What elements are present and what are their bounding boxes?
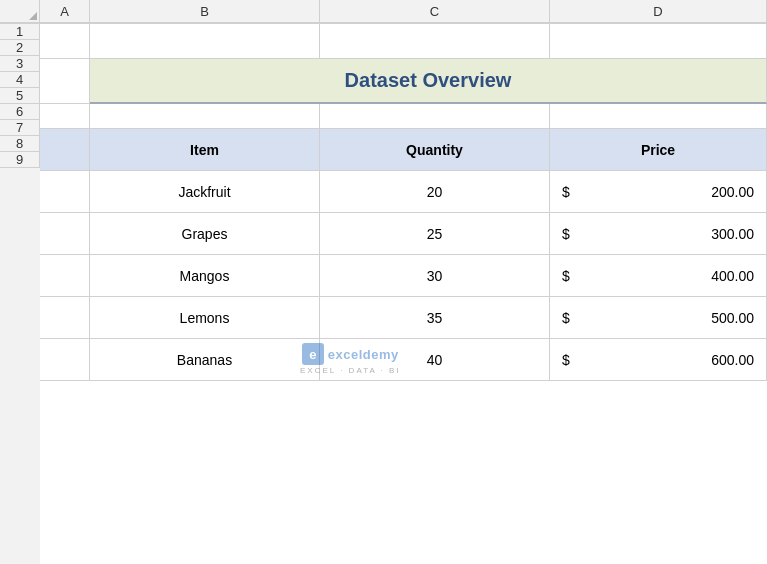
grid-row-5: Jackfruit 20 $ 200.00 — [40, 171, 767, 213]
price-dollar-1: $ — [562, 226, 570, 242]
grid-row-3 — [40, 104, 767, 129]
price-value-1: 300.00 — [578, 226, 754, 242]
title-cell[interactable]: Dataset Overview — [90, 59, 767, 104]
cells-area: Dataset Overview Item Quantity Price Jac… — [40, 24, 767, 564]
price-value-2: 400.00 — [578, 268, 754, 284]
header-quantity[interactable]: Quantity — [320, 129, 550, 171]
cell-price-4[interactable]: $ 600.00 — [550, 339, 767, 381]
cell-item-3[interactable]: Lemons — [90, 297, 320, 339]
row-numbers: 1 2 3 4 5 6 7 8 9 — [0, 24, 40, 564]
spreadsheet: A B C D 1 2 3 4 5 6 7 8 9 — [0, 0, 767, 564]
cell-c1[interactable] — [320, 24, 550, 59]
cell-a4[interactable] — [40, 129, 90, 171]
cell-item-4[interactable]: Bananas — [90, 339, 320, 381]
column-headers: A B C D — [0, 0, 767, 24]
cell-a2[interactable] — [40, 59, 90, 104]
cell-qty-1[interactable]: 25 — [320, 213, 550, 255]
grid-row-7: Mangos 30 $ 400.00 — [40, 255, 767, 297]
header-price[interactable]: Price — [550, 129, 767, 171]
col-header-c[interactable]: C — [320, 0, 550, 23]
col-header-a[interactable]: A — [40, 0, 90, 23]
cell-qty-2[interactable]: 30 — [320, 255, 550, 297]
row-num-3[interactable]: 3 — [0, 56, 40, 72]
price-dollar-0: $ — [562, 184, 570, 200]
cell-a8[interactable] — [40, 297, 90, 339]
grid-row-8: Lemons 35 $ 500.00 — [40, 297, 767, 339]
row-num-5[interactable]: 5 — [0, 88, 40, 104]
row-num-9[interactable]: 9 — [0, 152, 40, 168]
cell-a7[interactable] — [40, 255, 90, 297]
cell-item-0[interactable]: Jackfruit — [90, 171, 320, 213]
cell-price-2[interactable]: $ 400.00 — [550, 255, 767, 297]
cell-qty-0[interactable]: 20 — [320, 171, 550, 213]
corner-cell — [0, 0, 40, 23]
price-dollar-4: $ — [562, 352, 570, 368]
cell-a9[interactable] — [40, 339, 90, 381]
cell-a3[interactable] — [40, 104, 90, 129]
grid-body: 1 2 3 4 5 6 7 8 9 Dataset Overview — [0, 24, 767, 564]
row-num-2[interactable]: 2 — [0, 40, 40, 56]
row-num-6[interactable]: 6 — [0, 104, 40, 120]
price-dollar-2: $ — [562, 268, 570, 284]
cell-item-2[interactable]: Mangos — [90, 255, 320, 297]
cell-c3[interactable] — [320, 104, 550, 129]
cell-price-3[interactable]: $ 500.00 — [550, 297, 767, 339]
price-value-4: 600.00 — [578, 352, 754, 368]
col-header-d[interactable]: D — [550, 0, 767, 23]
cell-d3[interactable] — [550, 104, 767, 129]
row-num-7[interactable]: 7 — [0, 120, 40, 136]
col-header-b[interactable]: B — [90, 0, 320, 23]
row-num-8[interactable]: 8 — [0, 136, 40, 152]
grid-row-1 — [40, 24, 767, 59]
price-value-0: 200.00 — [578, 184, 754, 200]
cell-a6[interactable] — [40, 213, 90, 255]
grid-row-4: Item Quantity Price — [40, 129, 767, 171]
cell-b1[interactable] — [90, 24, 320, 59]
row-num-4[interactable]: 4 — [0, 72, 40, 88]
cell-b3[interactable] — [90, 104, 320, 129]
row-num-1[interactable]: 1 — [0, 24, 40, 40]
cell-item-1[interactable]: Grapes — [90, 213, 320, 255]
cell-price-0[interactable]: $ 200.00 — [550, 171, 767, 213]
cell-price-1[interactable]: $ 300.00 — [550, 213, 767, 255]
cell-d1[interactable] — [550, 24, 767, 59]
cell-qty-3[interactable]: 35 — [320, 297, 550, 339]
price-value-3: 500.00 — [578, 310, 754, 326]
cell-a5[interactable] — [40, 171, 90, 213]
grid-row-9: Bananas 40 $ 600.00 e exceldemy EXCEL · … — [40, 339, 767, 381]
price-dollar-3: $ — [562, 310, 570, 326]
grid-row-6: Grapes 25 $ 300.00 — [40, 213, 767, 255]
header-item[interactable]: Item — [90, 129, 320, 171]
cell-qty-4[interactable]: 40 — [320, 339, 550, 381]
cell-a1[interactable] — [40, 24, 90, 59]
grid-row-2: Dataset Overview — [40, 59, 767, 104]
